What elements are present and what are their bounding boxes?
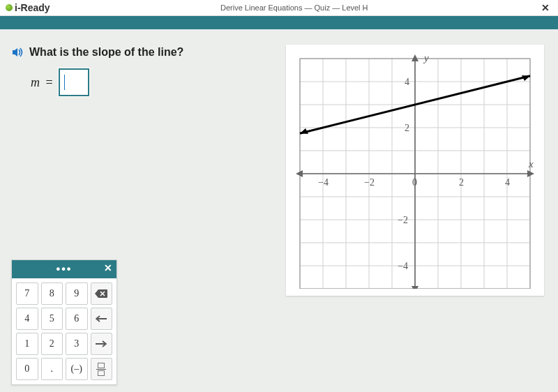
arrow-left-icon bbox=[96, 315, 107, 322]
content-area: What is the slope of the line? m = bbox=[0, 29, 558, 392]
x-axis-label: x bbox=[528, 158, 534, 169]
answer-input[interactable] bbox=[59, 68, 89, 96]
key-1[interactable]: 1 bbox=[16, 333, 38, 355]
question-text: What is the slope of the line? bbox=[29, 46, 183, 59]
key-3[interactable]: 3 bbox=[66, 333, 88, 355]
graph-panel: y x −4 −2 0 2 4 4 2 −2 −4 bbox=[286, 45, 544, 296]
key-8[interactable]: 8 bbox=[41, 282, 63, 305]
coordinate-plane: y x −4 −2 0 2 4 4 2 −2 −4 bbox=[293, 52, 537, 289]
key-backspace[interactable] bbox=[91, 282, 113, 305]
top-bar: i-Ready Derive Linear Equations — Quiz —… bbox=[0, 0, 558, 16]
svg-text:4: 4 bbox=[405, 77, 409, 87]
keypad-close-icon[interactable]: ✕ bbox=[104, 262, 112, 273]
brand-dot-icon bbox=[6, 4, 13, 11]
keypad-header[interactable]: ••• ✕ bbox=[12, 260, 116, 278]
arrow-right-icon bbox=[96, 340, 107, 347]
key-right-arrow[interactable] bbox=[91, 333, 113, 355]
close-icon[interactable]: ✕ bbox=[538, 2, 552, 13]
key-negative[interactable]: (–) bbox=[66, 358, 88, 380]
backspace-icon bbox=[94, 289, 108, 299]
text-cursor bbox=[64, 75, 65, 90]
svg-text:2: 2 bbox=[405, 123, 409, 133]
keypad-grid: 7 8 9 4 5 6 1 2 3 bbox=[12, 278, 116, 384]
brand-text: i-Ready bbox=[15, 2, 50, 13]
svg-text:−4: −4 bbox=[398, 261, 408, 271]
y-axis-label: y bbox=[423, 52, 429, 63]
breadcrumb: Derive Linear Equations — Quiz — Level H bbox=[50, 3, 538, 12]
svg-marker-27 bbox=[527, 170, 534, 177]
speaker-icon[interactable] bbox=[11, 46, 24, 59]
key-decimal[interactable]: . bbox=[41, 358, 63, 380]
answer-label: m = bbox=[31, 75, 53, 90]
svg-text:−2: −2 bbox=[398, 215, 408, 225]
accent-strip bbox=[0, 16, 558, 30]
svg-text:0: 0 bbox=[412, 177, 417, 188]
svg-marker-28 bbox=[296, 170, 303, 177]
svg-text:4: 4 bbox=[505, 177, 510, 188]
key-6[interactable]: 6 bbox=[66, 308, 88, 330]
fraction-icon bbox=[96, 363, 106, 376]
keypad: ••• ✕ 7 8 9 4 5 6 bbox=[11, 259, 117, 385]
key-9[interactable]: 9 bbox=[66, 282, 88, 305]
svg-text:2: 2 bbox=[459, 177, 464, 188]
key-5[interactable]: 5 bbox=[41, 308, 63, 330]
app-root: i-Ready Derive Linear Equations — Quiz —… bbox=[0, 0, 558, 392]
svg-marker-25 bbox=[412, 54, 418, 61]
key-7[interactable]: 7 bbox=[16, 282, 38, 305]
svg-text:−2: −2 bbox=[364, 177, 375, 188]
brand-logo: i-Ready bbox=[6, 2, 50, 13]
key-4[interactable]: 4 bbox=[16, 308, 38, 330]
key-0[interactable]: 0 bbox=[16, 358, 38, 380]
key-2[interactable]: 2 bbox=[41, 333, 63, 355]
svg-text:−4: −4 bbox=[318, 177, 329, 188]
keypad-drag-handle-icon: ••• bbox=[56, 264, 73, 275]
key-left-arrow[interactable] bbox=[91, 308, 113, 330]
key-fraction[interactable] bbox=[91, 358, 113, 380]
